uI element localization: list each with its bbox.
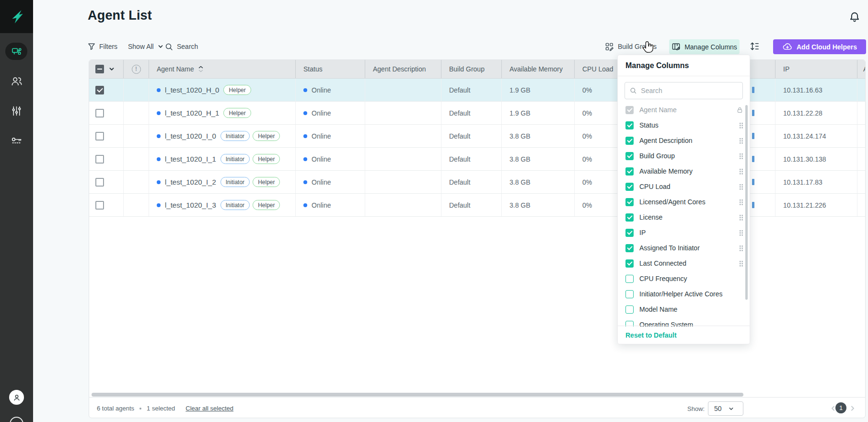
- drag-handle-icon[interactable]: [739, 168, 743, 175]
- sort-icon[interactable]: [198, 66, 203, 72]
- column-toggle-agent-description[interactable]: Agent Description: [618, 133, 750, 148]
- notifications-bell-icon[interactable]: [848, 11, 861, 23]
- search-icon: [165, 43, 173, 51]
- column-header-assigned-to-initiator[interactable]: Assigned To Initiator: [857, 60, 866, 78]
- row-checkbox[interactable]: [95, 109, 104, 117]
- page-next-button[interactable]: [849, 405, 856, 412]
- row-height-icon: [750, 41, 760, 51]
- checkbox-unchecked-icon[interactable]: [625, 290, 634, 298]
- column-toggle-license[interactable]: License: [618, 210, 750, 225]
- checkbox-unchecked-icon[interactable]: [625, 275, 634, 283]
- incredibuild-logo-icon: [9, 9, 25, 25]
- page-size-select[interactable]: 50: [708, 401, 743, 416]
- checkbox-checked-icon[interactable]: [625, 213, 634, 222]
- manage-columns-button[interactable]: Manage Columns: [669, 39, 740, 54]
- column-toggle-model-name[interactable]: Model Name: [618, 302, 750, 317]
- user-avatar[interactable]: [9, 390, 24, 405]
- column-toggle-build-group[interactable]: Build Group: [618, 148, 750, 164]
- status-text: Online: [312, 86, 331, 94]
- agent-name: l_test_1020_H_1: [165, 109, 219, 117]
- checkbox-checked-icon[interactable]: [625, 137, 634, 145]
- column-toggle-assigned-to-initiator[interactable]: Assigned To Initiator: [618, 240, 750, 256]
- sidebar-item-settings[interactable]: [0, 105, 33, 117]
- checkbox-checked-icon[interactable]: [625, 244, 634, 252]
- column-header-build-group[interactable]: Build Group: [441, 60, 502, 78]
- helper-badge: Helper: [253, 200, 280, 210]
- checkbox-checked-icon[interactable]: [625, 183, 634, 191]
- column-header-status[interactable]: Status: [296, 60, 365, 78]
- filters-button[interactable]: Filters: [88, 41, 117, 52]
- row-checkbox[interactable]: [95, 86, 104, 94]
- column-header-agent-description[interactable]: Agent Description: [365, 60, 441, 78]
- drag-handle-icon[interactable]: [739, 153, 743, 159]
- checkbox-unchecked-icon[interactable]: [625, 305, 634, 314]
- column-header-agent-name[interactable]: Agent Name: [149, 60, 296, 78]
- clear-all-selected-link[interactable]: Clear all selected: [185, 405, 233, 412]
- column-toggle-available-memory[interactable]: Available Memory: [618, 164, 750, 179]
- checkbox-checked-icon[interactable]: [625, 198, 634, 206]
- column-toggle-cpu-frequency[interactable]: CPU Frequency: [618, 271, 750, 286]
- drag-handle-icon[interactable]: [739, 214, 743, 221]
- column-search-box[interactable]: [625, 82, 743, 99]
- agent-name: l_test_1020_I_3: [165, 201, 216, 209]
- checkbox-checked-icon[interactable]: [625, 259, 634, 268]
- agents-icon: [11, 46, 22, 57]
- page-number[interactable]: 1: [835, 402, 846, 413]
- drag-handle-icon[interactable]: [739, 184, 743, 190]
- drag-handle-icon[interactable]: [739, 230, 743, 236]
- sidebar-item-users[interactable]: [0, 75, 33, 87]
- sidebar-bottom-item[interactable]: [10, 417, 23, 422]
- status-text: Online: [312, 109, 331, 117]
- checkbox-checked-icon[interactable]: [625, 167, 634, 176]
- checkbox-checked-icon[interactable]: [625, 229, 634, 237]
- assigned-cell: [857, 171, 866, 193]
- column-toggle-last-connected[interactable]: Last Connected: [618, 256, 750, 271]
- funnel-icon: [88, 43, 95, 50]
- build-group-cell: Default: [441, 194, 502, 216]
- build-groups-button[interactable]: Build Groups: [605, 41, 657, 52]
- select-menu-chevron-icon[interactable]: [109, 66, 115, 72]
- app-logo[interactable]: [0, 0, 33, 33]
- horizontal-scrollbar[interactable]: [92, 393, 743, 397]
- column-toggle-status[interactable]: Status: [618, 117, 750, 133]
- row-density-button[interactable]: [750, 41, 760, 51]
- checkbox-checked-icon[interactable]: [625, 121, 634, 129]
- search-button[interactable]: Search: [165, 41, 198, 52]
- column-toggle-ip[interactable]: IP: [618, 225, 750, 240]
- row-checkbox[interactable]: [95, 132, 104, 141]
- helper-badge: Helper: [223, 85, 251, 95]
- show-all-dropdown[interactable]: Show All: [128, 41, 163, 52]
- drag-handle-icon[interactable]: [739, 138, 743, 144]
- sidebar-item-agents[interactable]: [5, 43, 27, 60]
- row-checkbox[interactable]: [95, 201, 104, 210]
- checkbox-checked-icon[interactable]: [625, 152, 634, 160]
- agent-dot-icon: [157, 203, 161, 207]
- assigned-cell: [857, 125, 866, 147]
- status-text: Online: [312, 178, 331, 186]
- column-toggle-licensed-agent-cores[interactable]: Licensed/Agent Cores: [618, 194, 750, 210]
- chevron-down-icon: [729, 406, 734, 411]
- status-dot-icon: [303, 88, 307, 92]
- drag-handle-icon[interactable]: [739, 122, 743, 129]
- drag-handle-icon[interactable]: [739, 245, 743, 251]
- build-group-cell: Default: [441, 148, 502, 170]
- column-toggle-cpu-load[interactable]: CPU Load: [618, 179, 750, 194]
- status-dot-icon: [303, 203, 307, 207]
- select-all-checkbox[interactable]: [95, 65, 104, 73]
- status-dot-icon: [303, 111, 307, 115]
- column-toggle-operating-system[interactable]: Operating System: [618, 317, 750, 327]
- drag-handle-icon[interactable]: [739, 260, 743, 267]
- column-search-input[interactable]: [641, 87, 738, 94]
- add-cloud-helpers-button[interactable]: Add Cloud Helpers: [773, 39, 866, 54]
- available-memory-cell: 3.8 GB: [502, 148, 575, 170]
- reset-to-default-link[interactable]: Reset to Default: [625, 331, 677, 339]
- panel-scrollbar[interactable]: [745, 105, 748, 300]
- column-header-available-memory[interactable]: Available Memory: [502, 60, 575, 78]
- row-checkbox[interactable]: [95, 178, 104, 187]
- column-header-ip[interactable]: IP: [775, 60, 857, 78]
- drag-handle-icon[interactable]: [739, 199, 743, 205]
- sidebar-item-license[interactable]: [0, 135, 33, 147]
- row-checkbox[interactable]: [95, 155, 104, 164]
- column-toggle-initiator-helper-active-cores[interactable]: Initiator/Helper Active Cores: [618, 286, 750, 302]
- status-text: Online: [312, 201, 331, 209]
